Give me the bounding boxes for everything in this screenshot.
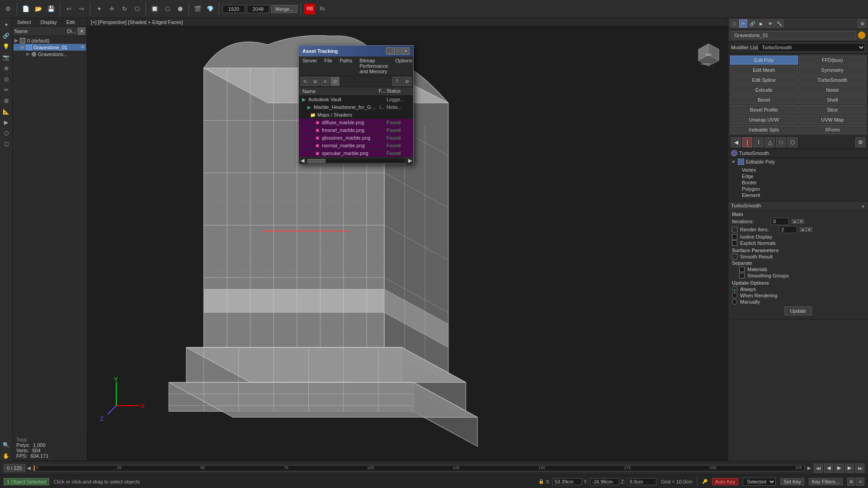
object-vis-icon[interactable]: 👁: [80, 45, 85, 50]
left-light-icon[interactable]: 💡: [1, 42, 11, 52]
left-select-icon[interactable]: ✦: [1, 20, 11, 30]
sel-vertex-btn[interactable]: |: [742, 137, 752, 147]
merge-button[interactable]: Merge...: [271, 5, 297, 13]
array-icon[interactable]: ⬢: [175, 4, 185, 14]
bevel-profile-button[interactable]: Bevel Profile: [730, 105, 798, 114]
left-zoom-icon[interactable]: 🔍: [1, 440, 11, 450]
as-scroll-track[interactable]: [307, 159, 405, 163]
as-left-btn[interactable]: ◀: [299, 158, 306, 164]
rp-motion-icon[interactable]: ▶: [757, 19, 765, 28]
timeline-right-btn[interactable]: ▶: [807, 465, 811, 470]
ep-border[interactable]: Border: [735, 179, 862, 186]
selected-select[interactable]: Selected: [743, 478, 776, 486]
sel-edge-btn[interactable]: ⌇: [754, 137, 764, 147]
bindable-spls-button[interactable]: Indeable Spls: [730, 125, 798, 134]
as-right-btn[interactable]: ▶: [406, 158, 413, 164]
symmetry-button[interactable]: Symmetry: [799, 66, 867, 75]
left-shape-icon[interactable]: ⬠: [1, 128, 11, 138]
play-btn[interactable]: ▶: [835, 464, 844, 473]
auto-key-btn[interactable]: Auto Key: [712, 478, 739, 485]
tree-item-mesh[interactable]: ▶ Gravestons...: [14, 51, 86, 57]
left-dim-icon[interactable]: 📐: [1, 107, 11, 117]
asset-dialog-titlebar[interactable]: Asset Tracking _ □ ✕: [299, 46, 413, 56]
at-row-normal[interactable]: ▣ normal_marble.png Found: [299, 142, 413, 150]
undo-icon[interactable]: ↩: [63, 4, 74, 14]
at-row-diffuse[interactable]: ▣ diffuse_marble.png Found: [299, 119, 413, 127]
timeline-bar[interactable]: 0 25 50 75 100 125 150 175 200 225: [33, 465, 805, 471]
modifier-list-select[interactable]: TurboSmooth: [758, 43, 865, 52]
open-icon[interactable]: 📂: [33, 4, 44, 14]
ep-edge[interactable]: Edge: [735, 173, 862, 179]
extrude-button[interactable]: Extrude: [730, 85, 798, 94]
mirror-icon[interactable]: ⬡: [162, 4, 173, 14]
tree-item-gravestone[interactable]: ▶ Gravestone_01 👁: [14, 44, 86, 51]
material-icon[interactable]: 💎: [205, 4, 216, 14]
turbosmooth-button[interactable]: TurboSmooth: [799, 75, 867, 84]
play-prev-btn[interactable]: ◀: [824, 464, 833, 473]
scale-icon[interactable]: ⬡: [132, 4, 142, 14]
status-icon-1[interactable]: ⊞: [847, 478, 855, 486]
height-input[interactable]: [247, 5, 269, 13]
noise-button[interactable]: Noise: [799, 85, 867, 94]
ffd-box-button[interactable]: FFD(box): [799, 56, 867, 65]
as-scroll-thumb[interactable]: [307, 159, 326, 163]
ts-render-down[interactable]: ▼: [806, 227, 812, 232]
ep-element[interactable]: Element: [735, 192, 862, 198]
rp-hierarchy-icon[interactable]: 🔗: [748, 19, 756, 28]
rp-create-icon[interactable]: ⬡: [730, 19, 738, 28]
timeline-range[interactable]: 0 / 225: [4, 464, 25, 472]
ts-smooth-checkbox[interactable]: [732, 254, 737, 259]
ep-polygon[interactable]: Polygon: [735, 186, 862, 192]
status-icon-2[interactable]: ≡: [856, 478, 864, 486]
render-icon[interactable]: 🎬: [192, 4, 203, 14]
left-pan-icon[interactable]: ✋: [1, 451, 11, 461]
ts-wr-radio[interactable]: [732, 293, 737, 298]
redo-icon[interactable]: ↪: [76, 4, 87, 14]
tree-close-icon[interactable]: ✕: [78, 28, 85, 35]
select-icon[interactable]: ✦: [94, 4, 104, 14]
xform-button[interactable]: XForm: [799, 125, 867, 134]
sel-elem-btn[interactable]: ⬡: [788, 137, 797, 147]
sel-face-btn[interactable]: △: [765, 137, 775, 147]
nav-cube[interactable]: TOP FRONT: [694, 40, 723, 70]
left-camera-icon[interactable]: 📷: [1, 52, 11, 62]
x-coord-input[interactable]: [552, 478, 582, 485]
tab-edit[interactable]: Edit: [62, 18, 80, 26]
editable-poly-header[interactable]: ▼ Editable Poly: [731, 159, 865, 165]
asset-menu-bitmap[interactable]: Bitmap Performance and Memory: [358, 57, 390, 75]
save-icon[interactable]: 💾: [46, 4, 57, 14]
at-row-maps[interactable]: 📁 Maps / Shaders: [299, 111, 413, 119]
rp-utility-icon[interactable]: 🔧: [775, 19, 783, 28]
turbosmooth-stack-item[interactable]: TurboSmooth: [728, 149, 868, 158]
rp-options-icon[interactable]: ⚙: [858, 19, 866, 28]
left-link-icon[interactable]: 🔗: [1, 31, 11, 41]
ts-render-iters-checkbox[interactable]: [732, 227, 737, 232]
app-menu-icon[interactable]: ⚙: [3, 4, 14, 14]
at-row-fresnel[interactable]: ▣ fresnel_marble.png Found: [299, 127, 413, 134]
sel-more-btn[interactable]: ⚙: [855, 137, 865, 147]
ts-iter-up[interactable]: ▲: [792, 219, 798, 224]
width-input[interactable]: [222, 5, 245, 13]
new-icon[interactable]: 📄: [20, 4, 31, 14]
tab-display[interactable]: Display: [36, 18, 62, 26]
asset-menu-options[interactable]: Options: [393, 57, 414, 75]
move-icon[interactable]: ✛: [106, 4, 117, 14]
ts-always-radio[interactable]: [732, 286, 737, 292]
dialog-maximize-btn[interactable]: □: [394, 47, 401, 55]
ts-isoline-checkbox[interactable]: [732, 234, 737, 239]
play-next-btn[interactable]: ▶: [845, 464, 854, 473]
at-row-specular[interactable]: ▣ specular_marble.png Found: [299, 150, 413, 157]
bevel-button[interactable]: Bevel: [730, 95, 798, 104]
rp-display-icon[interactable]: 👁: [766, 19, 774, 28]
snap-icon[interactable]: 🔲: [149, 4, 160, 14]
shell-button[interactable]: Shell: [799, 95, 867, 104]
ts-manually-radio[interactable]: [732, 299, 737, 305]
tree-item-layer[interactable]: ▶ 0 (default): [14, 37, 86, 44]
left-space-icon[interactable]: ◎: [1, 74, 11, 84]
sel-poly-btn[interactable]: □: [776, 137, 786, 147]
at-row-marble[interactable]: ▶ Marble_Headstone_for_Grave_vra... l...…: [299, 103, 413, 111]
at-row-glossines[interactable]: ▣ glossines_marble.png Found: [299, 134, 413, 142]
at-copy-btn[interactable]: ⊞: [311, 77, 320, 86]
dialog-close-btn[interactable]: ✕: [402, 47, 410, 55]
left-geom-icon[interactable]: ⬡: [1, 139, 11, 149]
